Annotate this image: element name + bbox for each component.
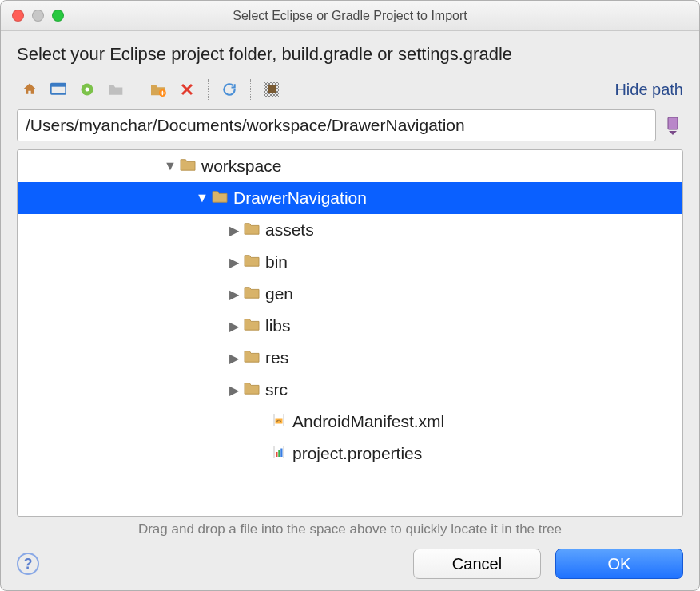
project-icon[interactable]: [74, 77, 100, 101]
tree-node[interactable]: ▶libs: [18, 310, 682, 342]
hide-path-link[interactable]: Hide path: [614, 81, 683, 99]
tree-node[interactable]: ▶src: [18, 374, 682, 406]
tree-node[interactable]: ▶assets: [18, 214, 682, 246]
tree-node-label: workspace: [201, 157, 281, 176]
svg-point-3: [86, 88, 89, 92]
svg-rect-9: [668, 117, 678, 129]
dialog-content: Select your Eclipse project folder, buil…: [1, 31, 699, 590]
chevron-right-icon[interactable]: ▶: [225, 383, 243, 398]
file-tree-scroll[interactable]: ▼workspace▼DrawerNavigation▶assets▶bin▶g…: [18, 150, 682, 516]
window-title: Select Eclipse or Gradle Project to Impo…: [1, 9, 699, 23]
chevron-down-icon[interactable]: ▼: [161, 159, 179, 173]
folder-icon: [211, 188, 233, 208]
tree-node-label: bin: [265, 252, 288, 272]
toolbar-separator: [250, 79, 251, 100]
folder-icon: [243, 252, 265, 272]
tree-node-label: libs: [265, 316, 291, 335]
tree-node[interactable]: ▶res: [18, 342, 682, 374]
tree-node[interactable]: ▶bin: [18, 246, 682, 278]
tree-node-label: res: [265, 348, 288, 367]
folder-icon: [243, 284, 265, 303]
tree-node-label: assets: [265, 220, 314, 240]
show-hidden-icon[interactable]: [259, 77, 284, 101]
folder-icon: [243, 380, 265, 399]
tree-node[interactable]: project.properties: [18, 438, 682, 470]
titlebar: Select Eclipse or Gradle Project to Impo…: [1, 1, 699, 31]
chevron-down-icon[interactable]: ▼: [193, 191, 211, 205]
svg-rect-14: [276, 452, 277, 457]
xml-file-icon: <>: [270, 412, 292, 431]
cancel-button[interactable]: Cancel: [413, 549, 541, 579]
svg-rect-8: [268, 85, 276, 93]
svg-text:<>: <>: [276, 418, 281, 423]
home-icon[interactable]: [17, 77, 42, 101]
refresh-icon[interactable]: [217, 77, 242, 101]
svg-rect-15: [278, 450, 280, 457]
toolbar-separator: [137, 79, 137, 100]
desktop-icon[interactable]: [46, 77, 71, 101]
tree-node[interactable]: ▼DrawerNavigation: [18, 182, 682, 214]
svg-rect-1: [51, 84, 66, 87]
tree-node-label: gen: [265, 284, 293, 303]
tree-node-label: DrawerNavigation: [233, 188, 367, 208]
delete-icon[interactable]: [174, 77, 200, 101]
file-tree: ▼workspace▼DrawerNavigation▶assets▶bin▶g…: [17, 149, 683, 517]
folder-icon: [243, 220, 265, 240]
ok-button[interactable]: OK: [555, 549, 683, 579]
drag-hint: Drag and drop a file into the space abov…: [17, 522, 683, 537]
tree-node-label: AndroidManifest.xml: [292, 412, 444, 431]
dialog-window: Select Eclipse or Gradle Project to Impo…: [0, 0, 700, 591]
path-row: [17, 109, 683, 141]
path-history-icon[interactable]: [662, 113, 683, 138]
folder-icon: [243, 348, 265, 367]
toolbar-separator: [208, 79, 209, 100]
properties-file-icon: [270, 444, 292, 463]
path-input[interactable]: [17, 109, 656, 141]
module-icon[interactable]: [103, 77, 129, 101]
tree-node-label: project.properties: [292, 444, 422, 463]
tree-node-label: src: [265, 380, 288, 399]
footer: ? Cancel OK: [17, 537, 683, 579]
toolbar: Hide path: [17, 77, 683, 101]
chevron-right-icon[interactable]: ▶: [225, 287, 243, 302]
tree-node[interactable]: ▼workspace: [18, 150, 682, 182]
chevron-right-icon[interactable]: ▶: [225, 319, 243, 334]
tree-node[interactable]: ▶gen: [18, 278, 682, 310]
svg-rect-16: [280, 449, 282, 458]
new-folder-icon[interactable]: [145, 77, 171, 101]
tree-node[interactable]: <>AndroidManifest.xml: [18, 406, 682, 438]
chevron-right-icon[interactable]: ▶: [225, 255, 243, 270]
folder-icon: [243, 316, 265, 335]
folder-icon: [179, 157, 201, 176]
help-icon[interactable]: ?: [17, 553, 39, 575]
chevron-right-icon[interactable]: ▶: [225, 223, 243, 238]
instruction-text: Select your Eclipse project folder, buil…: [17, 44, 683, 65]
chevron-right-icon[interactable]: ▶: [225, 351, 243, 366]
